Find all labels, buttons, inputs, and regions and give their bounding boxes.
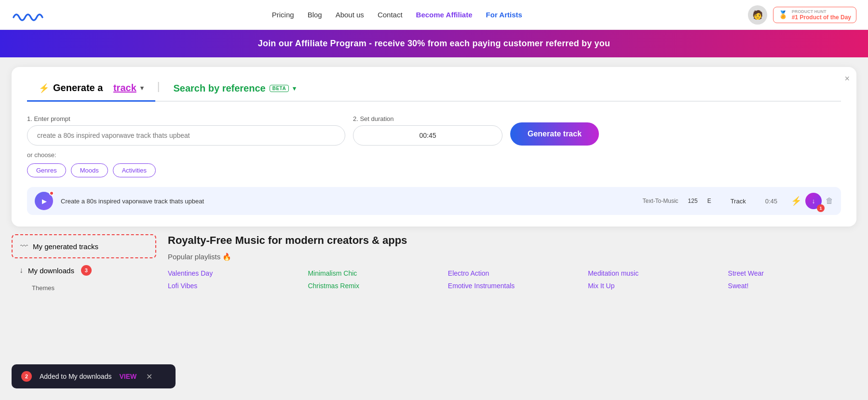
track-meta: Text-To-Music 125 E Track 0:45 — [643, 198, 777, 205]
chip-genres[interactable]: Genres — [27, 163, 66, 177]
product-hunt-label: #1 Product of the Day — [792, 14, 851, 21]
chevron-down-icon: ▾ — [140, 84, 144, 92]
nav-pricing[interactable]: Pricing — [272, 11, 294, 19]
nav-about[interactable]: About us — [336, 11, 364, 19]
chevron-down-icon-2: ▾ — [293, 85, 296, 92]
playlist-emotive[interactable]: Emotive Instrumentals — [448, 282, 515, 290]
prompt-group: 1. Enter prompt — [27, 115, 345, 146]
track-bpm: 125 — [688, 198, 698, 204]
track-type-tag: Text-To-Music — [643, 198, 678, 204]
toast: 2 Added to My downloads VIEW ✕ — [12, 364, 176, 388]
tab-divider: | — [157, 80, 160, 99]
beta-badge: BETA — [270, 85, 289, 92]
tab-generate[interactable]: ⚡ Generate a track ▾ — [27, 79, 155, 102]
regenerate-icon[interactable]: ⚡ — [791, 196, 801, 206]
close-button[interactable]: × — [844, 74, 850, 84]
track-title: Create a 80s inspired vaporwave track th… — [61, 198, 635, 205]
track-key: E — [707, 198, 711, 204]
prompt-label: 1. Enter prompt — [27, 115, 345, 122]
tab-reference[interactable]: Search by reference BETA ▾ — [162, 79, 308, 101]
track-dot — [49, 191, 54, 196]
logo[interactable] — [12, 8, 46, 22]
playlist-col-2: Minimalism Chic Christmas Remix — [308, 269, 436, 290]
affiliate-banner[interactable]: Join our Affiliate Program - receive 30%… — [0, 30, 868, 57]
duration-input[interactable] — [353, 125, 502, 146]
sidebar-label-generated: My generated tracks — [33, 242, 98, 251]
download-badge: 1 — [817, 204, 825, 212]
tab-track-word: track — [113, 82, 136, 93]
download-icon: ↓ — [19, 266, 23, 275]
bolt-icon: ⚡ — [39, 83, 49, 93]
nav-right: 🧑 🏅 PRODUCT HUNT #1 Product of the Day — [748, 5, 856, 25]
form-row: 1. Enter prompt 2. Set duration Generate… — [27, 115, 841, 146]
playlist-sweat[interactable]: Sweat! — [728, 282, 749, 290]
toast-badge: 2 — [21, 371, 32, 382]
toast-view-button[interactable]: VIEW — [119, 373, 136, 380]
playlist-col-5: Street Wear Sweat! — [728, 269, 856, 290]
nav-contact[interactable]: Contact — [378, 11, 403, 19]
chip-activities[interactable]: Activities — [113, 163, 156, 177]
product-hunt-prefix: PRODUCT HUNT — [792, 9, 851, 14]
playlist-col-1: Valentines Day Lofi Vibes — [168, 269, 296, 290]
playlist-meditation[interactable]: Meditation music — [588, 269, 638, 277]
product-hunt-text: PRODUCT HUNT #1 Product of the Day — [792, 9, 851, 21]
product-hunt-badge[interactable]: 🏅 PRODUCT HUNT #1 Product of the Day — [773, 7, 856, 23]
banner-text: Join our Affiliate Program - receive 30%… — [258, 39, 610, 48]
main-card: × ⚡ Generate a track ▾ | Search by refer… — [12, 67, 856, 227]
generate-button[interactable]: Generate track — [510, 122, 599, 146]
playlist-lofi[interactable]: Lofi Vibes — [168, 282, 197, 290]
chip-row: Genres Moods Activities — [27, 163, 841, 177]
nav-blog[interactable]: Blog — [308, 11, 322, 19]
or-choose-label: or choose: — [27, 151, 841, 159]
toast-close-button[interactable]: ✕ — [146, 372, 152, 381]
playlist-minimalism[interactable]: Minimalism Chic — [308, 269, 357, 277]
playlist-col-4: Meditation music Mix It Up — [588, 269, 716, 290]
avatar[interactable]: 🧑 — [748, 5, 767, 25]
delete-icon[interactable]: 🗑 — [826, 197, 833, 205]
sidebar-themes: Themes — [12, 282, 156, 297]
nav-affiliate[interactable]: Become Affiliate — [416, 11, 473, 19]
sidebar: 〰 My generated tracks ↓ My downloads 3 T… — [12, 234, 156, 297]
play-button-wrap — [35, 192, 53, 210]
content-title: Royalty-Free Music for modern creators &… — [168, 234, 856, 247]
download-button[interactable]: ↓ 1 — [805, 193, 822, 209]
nav-artists[interactable]: For Artists — [486, 11, 522, 19]
chip-moods[interactable]: Moods — [71, 163, 108, 177]
toast-text: Added to My downloads — [40, 373, 111, 380]
tab-row: ⚡ Generate a track ▾ | Search by referen… — [27, 79, 841, 102]
bottom-area: 〰 My generated tracks ↓ My downloads 3 T… — [12, 234, 856, 297]
tab-generate-text: Generate a — [53, 82, 103, 93]
prompt-input[interactable] — [27, 125, 345, 146]
playlist-electro[interactable]: Electro Action — [448, 269, 489, 277]
track-type-label: Track — [731, 198, 746, 205]
playlists-grid: Valentines Day Lofi Vibes Minimalism Chi… — [168, 269, 856, 290]
duration-label: 2. Set duration — [353, 115, 502, 122]
sidebar-item-downloads[interactable]: ↓ My downloads 3 — [12, 258, 156, 282]
track-actions: ⚡ ↓ 1 🗑 — [791, 193, 833, 209]
sidebar-label-downloads: My downloads — [28, 267, 74, 275]
playlist-christmas[interactable]: Christmas Remix — [308, 282, 359, 290]
tab-reference-text: Search by reference — [173, 83, 265, 94]
sidebar-item-generated-tracks[interactable]: 〰 My generated tracks — [12, 234, 156, 258]
track-duration: 0:45 — [765, 198, 777, 205]
medal-icon: 🏅 — [778, 10, 788, 19]
playlist-streetwear[interactable]: Street Wear — [728, 269, 764, 277]
duration-group: 2. Set duration — [353, 115, 502, 146]
downloads-badge: 3 — [81, 265, 92, 276]
playlist-col-3: Electro Action Emotive Instrumentals — [448, 269, 576, 290]
nav-links: Pricing Blog About us Contact Become Aff… — [272, 11, 522, 19]
popular-label: Popular playlists 🔥 — [168, 253, 856, 261]
wave-icon: 〰 — [20, 242, 28, 251]
content-area: Royalty-Free Music for modern creators &… — [156, 234, 856, 297]
track-row: Create a 80s inspired vaporwave track th… — [27, 187, 841, 215]
navbar: Pricing Blog About us Contact Become Aff… — [0, 0, 868, 30]
playlist-valentines[interactable]: Valentines Day — [168, 269, 213, 277]
playlist-mixitup[interactable]: Mix It Up — [588, 282, 614, 290]
